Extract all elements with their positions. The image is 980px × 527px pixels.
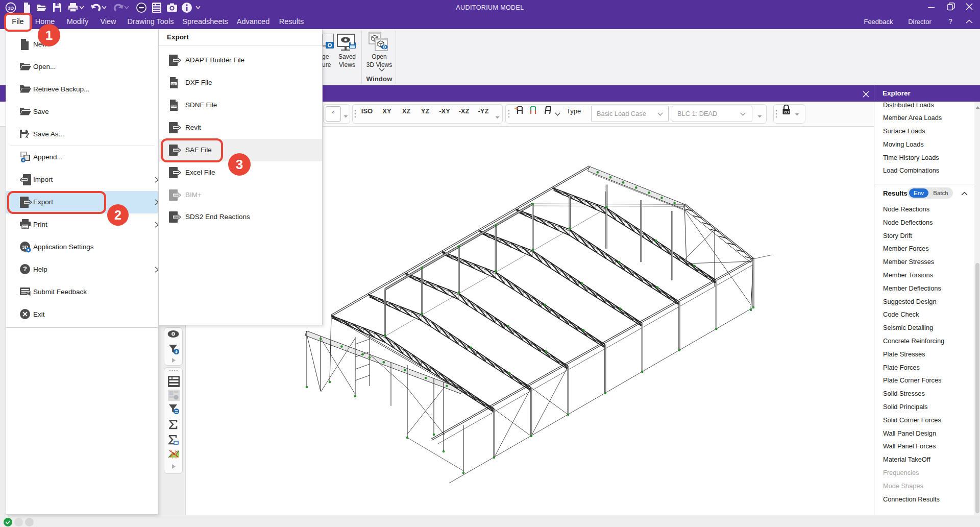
svg-text:DXF: DXF	[172, 83, 176, 85]
svg-text:?: ?	[23, 265, 27, 273]
svg-text:SDNF: SDNF	[170, 105, 177, 108]
